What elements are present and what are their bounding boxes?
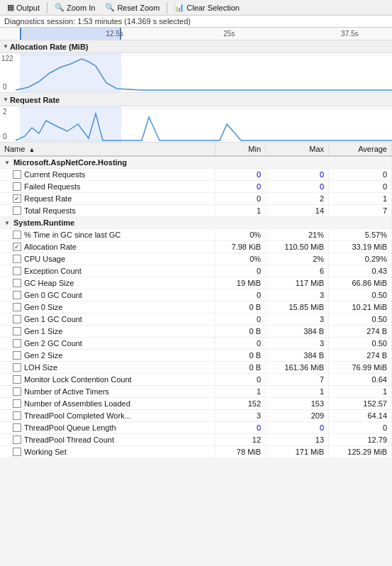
metric-average: 76.99 MiB xyxy=(329,362,392,374)
metric-name-cell: Working Set xyxy=(0,446,215,458)
metric-checkbox[interactable] xyxy=(13,267,21,275)
metric-max: 15.85 MiB xyxy=(266,301,329,313)
metric-name-cell: Gen 0 GC Count xyxy=(0,289,215,301)
allocation-rate-header: ▼ Allocation Rate (MiB) xyxy=(0,40,392,53)
allocation-rate-area[interactable]: 122 0 xyxy=(0,53,392,92)
metric-name-cell: ThreadPool Completed Work... xyxy=(0,410,215,422)
metric-max: 0 xyxy=(266,422,329,434)
timeline-header[interactable]: 12.5s 25s 37.5s xyxy=(0,28,392,40)
metric-checkbox[interactable] xyxy=(13,303,21,311)
metric-min: 0 xyxy=(215,289,266,301)
metric-name-cell: Gen 0 Size xyxy=(0,301,215,313)
metric-min: 1 xyxy=(215,386,266,398)
reset-zoom-label: Reset Zoom xyxy=(117,4,159,12)
metric-checkbox[interactable] xyxy=(13,327,21,335)
metric-average: 7 xyxy=(329,205,392,217)
tick-37s: 37.5s xyxy=(341,30,358,38)
metric-checkbox[interactable] xyxy=(13,351,21,360)
metric-checkbox[interactable] xyxy=(13,435,21,444)
metric-checkbox[interactable] xyxy=(13,170,21,179)
metric-label: ThreadPool Thread Count xyxy=(24,435,114,444)
metric-name-cell: Failed Requests xyxy=(0,181,215,193)
metric-checkbox[interactable] xyxy=(13,231,21,239)
group-triangle[interactable]: ▼ xyxy=(4,160,10,166)
metric-label: Gen 1 GC Count xyxy=(24,315,82,323)
metric-average: 274 B xyxy=(329,350,392,362)
metric-max: 171 MiB xyxy=(266,446,329,458)
metric-average: 0.64 xyxy=(329,374,392,386)
table-row: Total Requests 1 14 7 xyxy=(0,205,392,217)
metric-checkbox[interactable] xyxy=(13,448,21,456)
request-rate-area[interactable]: 2 0 xyxy=(0,106,392,142)
request-collapse-triangle[interactable]: ▼ xyxy=(3,96,9,103)
table-body: ▼ Microsoft.AspNetCore.Hosting Current R… xyxy=(0,156,392,458)
collapse-triangle[interactable]: ▼ xyxy=(3,43,9,50)
table-row: % Time in GC since last GC 0% 21% 5.57% xyxy=(0,229,392,241)
metric-checkbox[interactable] xyxy=(13,315,21,323)
metric-label: Gen 0 GC Count xyxy=(24,291,82,299)
output-button[interactable]: ▦ Output xyxy=(3,1,44,13)
metric-name-cell: Request Rate xyxy=(0,193,215,205)
metric-max: 2% xyxy=(266,253,329,265)
metric-label: LOH Size xyxy=(24,363,57,372)
metric-max: 7 xyxy=(266,374,329,386)
metric-checkbox[interactable] xyxy=(13,399,21,408)
metric-checkbox[interactable] xyxy=(13,194,21,203)
metric-checkbox[interactable] xyxy=(13,411,21,420)
zoom-in-icon: 🔍 xyxy=(55,3,65,12)
metric-checkbox[interactable] xyxy=(13,375,21,384)
metric-checkbox[interactable] xyxy=(13,255,21,263)
tick-25s: 25s xyxy=(223,30,235,38)
metric-min: 0% xyxy=(215,229,266,241)
zoom-in-label: Zoom In xyxy=(67,4,95,12)
metric-checkbox[interactable] xyxy=(13,339,21,348)
table-row: Gen 0 GC Count 0 3 0.50 xyxy=(0,289,392,301)
metric-checkbox[interactable] xyxy=(13,206,21,215)
metric-label: GC Heap Size xyxy=(24,279,74,287)
allocation-rate-title: Allocation Rate (MiB) xyxy=(10,43,89,51)
metric-checkbox[interactable] xyxy=(13,363,21,372)
metric-label: Total Requests xyxy=(24,206,76,215)
metric-max: 209 xyxy=(266,410,329,422)
table-row: Gen 2 Size 0 B 384 B 274 B xyxy=(0,350,392,362)
metric-min: 0 xyxy=(215,169,266,181)
col-average[interactable]: Average xyxy=(329,143,392,156)
metric-name-cell: CPU Usage xyxy=(0,253,215,265)
table-row: Allocation Rate 7.98 KiB 110.50 MiB 33.1… xyxy=(0,241,392,253)
metric-name-cell: Total Requests xyxy=(0,205,215,217)
zoom-in-button[interactable]: 🔍 Zoom In xyxy=(50,1,99,13)
table-row: Gen 0 Size 0 B 15.85 MiB 10.21 MiB xyxy=(0,301,392,313)
metric-average: 0.50 xyxy=(329,289,392,301)
metric-min: 0 xyxy=(215,265,266,277)
clear-selection-icon: 📊 xyxy=(174,3,184,12)
col-min[interactable]: Min xyxy=(215,143,266,156)
metric-min: 0 B xyxy=(215,326,266,338)
group-triangle[interactable]: ▼ xyxy=(4,220,10,226)
metric-average: 1 xyxy=(329,193,392,205)
metric-checkbox[interactable] xyxy=(13,243,21,251)
toolbar: ▦ Output 🔍 Zoom In 🔍 Reset Zoom 📊 Clear … xyxy=(0,0,392,16)
table-row: Gen 1 GC Count 0 3 0.50 xyxy=(0,313,392,326)
metric-checkbox[interactable] xyxy=(13,423,21,432)
request-rate-header: ▼ Request Rate xyxy=(0,94,392,106)
metric-checkbox[interactable] xyxy=(13,279,21,287)
metric-label: Gen 0 Size xyxy=(24,303,62,311)
table-row: Current Requests 0 0 0 xyxy=(0,169,392,181)
metric-label: % Time in GC since last GC xyxy=(24,231,121,239)
metric-checkbox[interactable] xyxy=(13,182,21,191)
table-row: Number of Active Timers 1 1 1 xyxy=(0,386,392,398)
metric-checkbox[interactable] xyxy=(13,387,21,396)
metric-max: 117 MiB xyxy=(266,277,329,289)
col-name[interactable]: Name ▲ xyxy=(0,143,215,156)
reset-zoom-button[interactable]: 🔍 Reset Zoom xyxy=(101,1,164,13)
metric-min: 3 xyxy=(215,410,266,422)
metric-max: 0 xyxy=(266,181,329,193)
allocation-rate-chart-section: ▼ Allocation Rate (MiB) 122 0 xyxy=(0,40,392,93)
metric-max: 3 xyxy=(266,313,329,326)
metric-checkbox[interactable] xyxy=(13,291,21,299)
metric-label: Allocation Rate xyxy=(24,243,77,251)
session-bar: Diagnostics session: 1:53 minutes (14.36… xyxy=(0,16,392,28)
clear-selection-button[interactable]: 📊 Clear Selection xyxy=(170,1,244,13)
col-max[interactable]: Max xyxy=(266,143,329,156)
metric-min: 0 xyxy=(215,193,266,205)
